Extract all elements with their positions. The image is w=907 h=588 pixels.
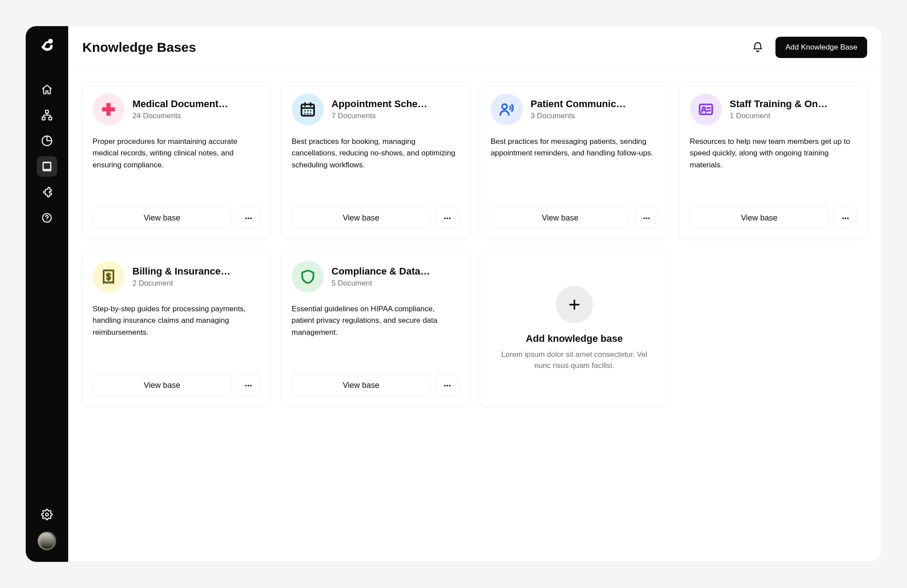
- nav-integrations[interactable]: [37, 182, 57, 202]
- card-title: Patient Communic…: [531, 98, 658, 110]
- svg-point-27: [842, 217, 844, 219]
- svg-point-19: [446, 217, 448, 219]
- svg-point-33: [444, 385, 446, 387]
- card-description: Best practices for booking, managing can…: [292, 136, 459, 199]
- plus-medical-icon: [93, 93, 124, 125]
- card-titles: Appointment Sche…7 Documents: [332, 98, 459, 120]
- nav-home[interactable]: [37, 79, 57, 100]
- card-description: Step-by-step guides for processing payme…: [93, 303, 260, 367]
- user-avatar[interactable]: [38, 532, 56, 550]
- svg-point-0: [48, 39, 53, 44]
- knowledge-base-card: Compliance & Data…5 DocumentEssential gu…: [281, 250, 470, 407]
- sidebar-bottom: [37, 504, 57, 554]
- card-description: Best practices for messaging patients, s…: [491, 136, 658, 199]
- puzzle-icon: [41, 186, 53, 198]
- svg-point-7: [46, 513, 49, 516]
- svg-point-21: [502, 104, 507, 109]
- view-base-button[interactable]: View base: [292, 375, 431, 396]
- svg-point-32: [250, 385, 252, 387]
- card-header: Compliance & Data…5 Document: [292, 261, 459, 293]
- more-horizontal-icon: [244, 381, 253, 391]
- card-titles: Billing & Insurance…2 Document: [132, 266, 260, 288]
- view-base-button[interactable]: View base: [93, 207, 232, 229]
- card-actions: View base: [690, 207, 857, 229]
- card-more-button[interactable]: [635, 207, 658, 229]
- shield-icon: [292, 261, 324, 293]
- card-subtitle: 5 Document: [332, 279, 459, 288]
- more-horizontal-icon: [244, 213, 253, 223]
- notifications-button[interactable]: [748, 38, 767, 57]
- view-base-button[interactable]: View base: [491, 207, 630, 229]
- svg-point-16: [307, 113, 308, 114]
- add-knowledge-base-card[interactable]: Add knowledge baseLorem ipsum dolor sit …: [480, 250, 669, 407]
- view-base-button[interactable]: View base: [93, 375, 232, 396]
- add-card-subtitle: Lorem ipsum dolor sit amet consectetur. …: [501, 349, 647, 371]
- card-description: Essential guidelines on HIPAA compliance…: [292, 303, 459, 367]
- card-description: Proper procedures for maintaining accura…: [93, 136, 260, 199]
- header-actions: Add Knowledge Base: [748, 37, 867, 58]
- nav-analytics[interactable]: [37, 131, 57, 151]
- svg-point-8: [245, 217, 247, 219]
- card-titles: Medical Document…24 Documents: [132, 98, 260, 120]
- card-subtitle: 24 Documents: [132, 112, 260, 120]
- svg-point-15: [304, 113, 306, 114]
- knowledge-base-card: Medical Document…24 DocumentsProper proc…: [81, 82, 271, 240]
- view-base-button[interactable]: View base: [690, 207, 829, 229]
- card-actions: View base: [491, 207, 658, 229]
- svg-point-28: [845, 217, 846, 219]
- receipt-dollar-icon: [93, 261, 124, 293]
- nav-list: [37, 79, 57, 504]
- card-more-button[interactable]: [237, 207, 260, 229]
- card-title: Appointment Sche…: [332, 98, 459, 110]
- svg-point-6: [47, 220, 47, 221]
- view-base-button[interactable]: View base: [292, 207, 431, 229]
- more-horizontal-icon: [442, 381, 452, 391]
- nav-settings[interactable]: [37, 504, 57, 525]
- svg-point-31: [248, 385, 249, 387]
- add-card-title: Add knowledge base: [526, 333, 623, 344]
- card-subtitle: 2 Document: [132, 279, 260, 288]
- card-actions: View base: [93, 375, 260, 396]
- bell-icon: [752, 42, 764, 53]
- card-title: Compliance & Data…: [332, 266, 459, 277]
- svg-point-34: [446, 385, 448, 387]
- more-horizontal-icon: [841, 213, 850, 223]
- card-more-button[interactable]: [436, 375, 459, 396]
- card-title: Medical Document…: [132, 98, 260, 110]
- page-title: Knowledge Bases: [82, 40, 196, 55]
- card-subtitle: 7 Documents: [332, 112, 459, 120]
- card-header: Medical Document…24 Documents: [93, 93, 260, 125]
- knowledge-base-card: Billing & Insurance…2 DocumentStep-by-st…: [81, 250, 271, 407]
- knowledge-base-card: Appointment Sche…7 DocumentsBest practic…: [281, 82, 470, 240]
- home-icon: [41, 84, 53, 95]
- more-horizontal-icon: [442, 213, 452, 223]
- card-titles: Patient Communic…3 Documents: [531, 98, 658, 120]
- svg-point-18: [444, 217, 446, 219]
- svg-point-29: [847, 217, 849, 219]
- card-subtitle: 1 Document: [730, 112, 857, 120]
- svg-point-23: [646, 217, 647, 219]
- card-more-button[interactable]: [834, 207, 857, 229]
- knowledge-base-grid: Medical Document…24 DocumentsProper proc…: [81, 82, 868, 407]
- card-more-button[interactable]: [436, 207, 459, 229]
- nav-knowledge[interactable]: [37, 156, 57, 177]
- knowledge-base-card: Patient Communic…3 DocumentsBest practic…: [480, 82, 669, 240]
- card-titles: Staff Training & On…1 Document: [730, 98, 857, 120]
- svg-rect-4: [43, 162, 50, 169]
- card-header: Appointment Sche…7 Documents: [292, 93, 459, 125]
- svg-point-24: [648, 217, 650, 219]
- nav-org[interactable]: [37, 105, 57, 125]
- svg-point-13: [307, 110, 308, 112]
- book-icon: [41, 161, 53, 172]
- add-knowledge-base-button[interactable]: Add Knowledge Base: [775, 37, 867, 58]
- header: Knowledge Bases Add Knowledge Base: [68, 26, 881, 69]
- person-voice-icon: [491, 93, 523, 125]
- help-circle-icon: [41, 212, 53, 224]
- svg-point-14: [310, 110, 311, 112]
- nav-help[interactable]: [37, 208, 57, 228]
- gear-icon: [41, 509, 53, 520]
- card-actions: View base: [93, 207, 260, 229]
- card-more-button[interactable]: [237, 375, 260, 396]
- svg-point-20: [449, 217, 451, 219]
- main: Knowledge Bases Add Knowledge Base Medic…: [68, 26, 881, 562]
